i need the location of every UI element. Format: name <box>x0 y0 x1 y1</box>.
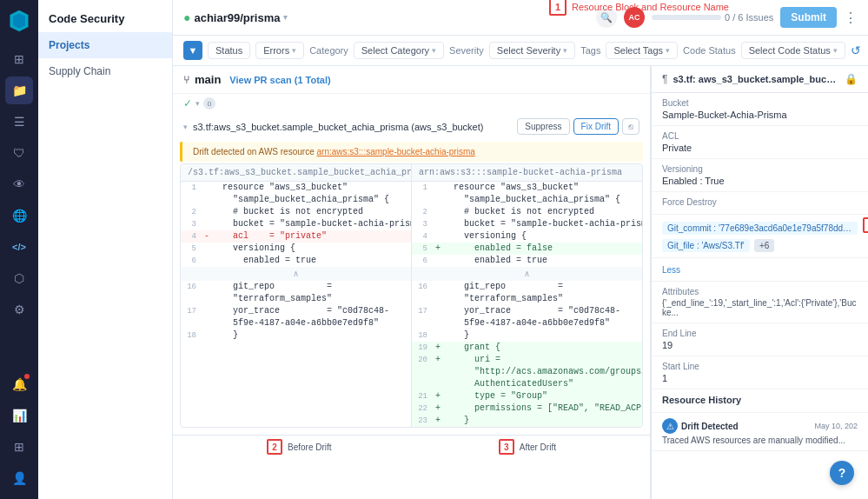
detail-versioning: Versioning Enabled : True <box>652 159 868 192</box>
submit-button[interactable]: Submit <box>780 7 837 28</box>
history-row: ⚠ Drift Detected May 10, 202 <box>662 418 858 434</box>
diff-line: "sample_bucket_achia_prisma" { <box>181 194 411 206</box>
start-line-label: Start Line <box>662 362 858 371</box>
tags-label: Tags <box>580 45 600 56</box>
resource-history-label: Resource History <box>662 395 858 405</box>
suppress-button[interactable]: Suppress <box>517 118 569 135</box>
sidebar-item-dashboard[interactable]: ⊞ <box>5 45 33 73</box>
drift-resource-link[interactable]: arn:aws:s3:::sample-bucket-achia-prisma <box>316 147 474 156</box>
end-line-label: End Line <box>662 329 858 338</box>
sidebar-item-settings[interactable]: ⚙ <box>5 296 33 323</box>
history-event-icon: ⚠ <box>662 418 678 434</box>
category-label: Category <box>309 45 348 56</box>
diff-line: 1 resource "aws_s3_bucket" <box>181 182 411 194</box>
after-drift-label: After Drift <box>520 442 556 452</box>
diff-view: /s3.tf:aws_s3_bucket.sample_bucket_achia… <box>180 163 643 428</box>
diff-line-removed: 4 - acl = "private" <box>181 230 411 243</box>
history-description: Traced AWS resources are manually modifi… <box>662 436 858 445</box>
fix-drift-button[interactable]: Fix Drift <box>573 118 619 135</box>
errors-label: Errors <box>263 45 289 56</box>
annotation-num-4: 4 <box>863 217 868 233</box>
nav-item-projects[interactable]: Projects <box>38 32 172 58</box>
annotation-num-1: 1 <box>549 0 567 16</box>
diff-line-added: "http://acs.amazonaws.com/groups/global/ <box>412 366 642 378</box>
errors-chevron-icon: ▾ <box>292 46 296 55</box>
status-filter[interactable]: Status <box>208 42 250 59</box>
annotation-1: 1 Resource Block and Resource Name <box>549 0 729 16</box>
reset-filter-button[interactable]: ↺ <box>851 43 861 57</box>
select-code-status-filter[interactable]: Select Code Status ▾ <box>741 42 845 59</box>
sidebar-item-code[interactable]: </> <box>5 233 33 261</box>
filter-icon[interactable]: ▼ <box>183 41 202 60</box>
diff-line: 16 git_repo = <box>181 281 411 293</box>
svg-marker-1 <box>13 13 25 29</box>
after-drift-annotation: 3 After Drift <box>499 439 556 455</box>
sidebar-item-network[interactable]: ⬡ <box>5 264 33 292</box>
select-category-filter[interactable]: Select Category ▾ <box>354 42 444 59</box>
diff-after: arn:aws:s3:::sample-bucket-achia-prisma … <box>412 164 642 427</box>
diff-line: 3 bucket = "sample-bucket-achia-prisma" <box>412 218 642 230</box>
acl-value: Private <box>662 143 858 153</box>
help-fab-container: ? <box>837 468 861 492</box>
history-event-name: Drift Detected <box>681 422 739 431</box>
less-link[interactable]: Less <box>662 265 680 275</box>
select-tags-filter[interactable]: Select Tags ▾ <box>606 42 678 59</box>
repo-icon: ● <box>183 10 190 24</box>
help-fab-button[interactable]: ? <box>830 461 854 485</box>
tf-icon: ¶ <box>662 73 667 85</box>
sidebar-item-list[interactable]: ☰ <box>5 108 33 136</box>
more-menu-icon[interactable]: ⋮ <box>844 10 858 26</box>
git-file-tag: Git_file : 'Aws/S3.Tf' <box>662 239 750 252</box>
detail-resource-history: Resource History <box>652 389 868 413</box>
diff-ellipsis: ∧ <box>181 267 411 281</box>
more-tags-button[interactable]: +6 <box>754 239 774 252</box>
diff-line: 17 yor_trace = "c0d78c48- <box>181 305 411 317</box>
repo-selector[interactable]: ● achiar99/prisma ▾ <box>183 10 288 24</box>
diff-line: 5f9e-4187-a04e-a6bb0e7ed9f8" <box>412 317 642 329</box>
sidebar-item-projects[interactable]: 📁 <box>5 77 33 104</box>
external-link-button[interactable]: ⎋ <box>622 118 639 135</box>
sidebar-item-shield[interactable]: 🛡 <box>5 139 33 167</box>
sidebar-item-globe[interactable]: 🌐 <box>5 202 33 230</box>
detail-end-line: End Line 19 <box>652 323 868 356</box>
diff-line: 18 } <box>412 329 642 342</box>
attributes-label: Attributes <box>662 287 858 296</box>
view-pr-scan-link[interactable]: View PR scan (1 Total) <box>229 75 330 85</box>
diff-line: 2 # bucket is not encrypted <box>412 206 642 218</box>
status-label: Status <box>215 45 242 56</box>
bottom-annotations: 2 Before Drift 3 After Drift <box>173 435 650 458</box>
annotation-num-2: 2 <box>267 439 282 455</box>
resource-chevron-icon[interactable]: ▾ <box>183 123 188 131</box>
expand-chevron-icon[interactable]: ▾ <box>195 99 200 108</box>
sidebar-item-user[interactable]: 👤 <box>5 464 33 492</box>
select-severity-label: Select Severity <box>497 45 560 56</box>
history-entry: ⚠ Drift Detected May 10, 202 Traced AWS … <box>652 413 868 451</box>
sidebar-item-table2[interactable]: ⊞ <box>5 433 33 461</box>
diff-line: 6 enabled = true <box>412 255 642 267</box>
nav-item-supply-chain[interactable]: Supply Chain <box>38 58 172 84</box>
drift-text: Drift detected on AWS resource <box>193 147 316 156</box>
nav-panel: Code Security Projects Supply Chain <box>38 0 173 499</box>
annotation-text-1: Resource Block and Resource Name <box>572 2 729 12</box>
diff-line: 16 git_repo = <box>412 281 642 293</box>
detail-start-line: Start Line 1 <box>652 356 868 389</box>
force-destroy-label: Force Destroy <box>662 197 858 207</box>
sidebar-item-eye[interactable]: 👁 <box>5 170 33 198</box>
sidebar-item-chart[interactable]: 📊 <box>5 402 33 429</box>
select-severity-chevron-icon: ▾ <box>563 46 567 55</box>
end-line-value: 19 <box>662 340 858 350</box>
diff-line: "sample_bucket_achia_prisma" { <box>412 194 642 206</box>
diff-line: "terraform_samples" <box>412 293 642 305</box>
versioning-label: Versioning <box>662 164 858 174</box>
sidebar: ⊞ 📁 ☰ 🛡 👁 🌐 </> ⬡ ⚙ 🔔 📊 ⊞ 👤 <box>0 0 38 499</box>
sidebar-item-bell[interactable]: 🔔 <box>5 370 33 398</box>
diff-before: /s3.tf:aws_s3_bucket.sample_bucket_achia… <box>181 164 411 427</box>
select-severity-filter[interactable]: Select Severity ▾ <box>489 42 575 59</box>
diff-line: 5 versioning { <box>181 243 411 255</box>
acl-label: ACL <box>662 131 858 141</box>
detail-force-destroy: Force Destroy <box>652 192 868 215</box>
diff-line: 3 bucket = "sample-bucket-achia-prisma" <box>181 218 411 230</box>
diff-line: 5f9e-4187-a04e-a6bb0e7ed9f8" <box>181 317 411 329</box>
lock-icon: 🔒 <box>845 73 858 85</box>
errors-filter[interactable]: Errors ▾ <box>255 42 304 59</box>
